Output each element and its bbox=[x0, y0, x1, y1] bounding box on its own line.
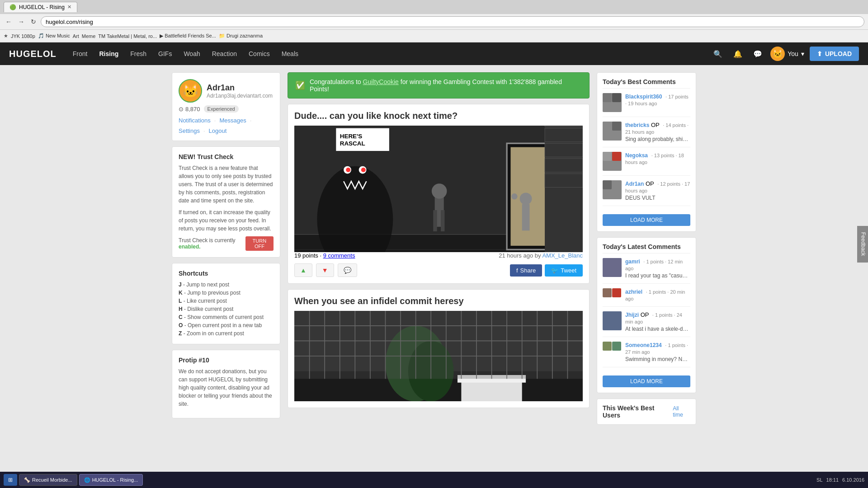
latest-4-avatar bbox=[603, 342, 622, 362]
shortcut-o: O - Open current post in a new tab bbox=[179, 321, 274, 329]
reload-button[interactable]: ↻ bbox=[29, 17, 38, 26]
upvote-button[interactable]: ▲ bbox=[294, 263, 312, 277]
trust-status-row: Trust Check is currently enabled. TURN O… bbox=[179, 236, 274, 251]
post-1-author-link[interactable]: AMX_Le_Blanc bbox=[542, 252, 583, 259]
svg-point-10 bbox=[511, 193, 517, 199]
forward-button[interactable]: → bbox=[16, 17, 26, 26]
nav-rising[interactable]: Rising bbox=[94, 47, 124, 61]
trust-check-desc2: If turned on, it can increase the qualit… bbox=[179, 208, 274, 233]
profile-avatar: 🐱 bbox=[179, 79, 202, 103]
nav-reaction[interactable]: Reaction bbox=[207, 47, 242, 61]
experience-badge: Experienced bbox=[204, 105, 239, 113]
tab-title: HUGELOL - Rising bbox=[19, 4, 65, 10]
nav-fresh[interactable]: Fresh bbox=[125, 47, 152, 61]
logout-link[interactable]: Logout bbox=[209, 127, 227, 134]
profile-nav-links: Notifications · Messages · Settings · Lo… bbox=[179, 117, 274, 134]
best-comments-panel: Today's Best Comments Blackspirit360 · 1… bbox=[597, 72, 696, 232]
svg-rect-17 bbox=[336, 128, 389, 151]
svg-rect-39 bbox=[294, 311, 583, 379]
left-sidebar: 🐱 Adr1an Adr1anp3laj.deviantart.com ⊙ 8,… bbox=[172, 72, 280, 425]
latest-2-body: azhriel · 1 points · 20 min ago bbox=[625, 288, 690, 302]
tab-close-button[interactable]: ✕ bbox=[67, 4, 71, 10]
comment-1-avatar bbox=[603, 93, 622, 112]
bookmark-jyk[interactable]: JYK 1080p bbox=[11, 33, 35, 39]
post-1-comments-link[interactable]: 9 comments bbox=[323, 252, 355, 259]
comment-3-header: Negoksa · 13 points · 18 hours ago bbox=[625, 152, 690, 165]
latest-4-body: Someone1234 · 1 points · 27 min ago Swim… bbox=[625, 342, 690, 362]
facebook-share-button[interactable]: f Share bbox=[510, 264, 542, 277]
notifications-button[interactable]: 🔔 bbox=[731, 47, 745, 61]
load-more-latest-button[interactable]: LOAD MORE bbox=[603, 375, 690, 387]
latest-4-username: Someone1234 bbox=[625, 342, 662, 348]
post-1-meta: 19 points · 9 comments 21 hours ago by A… bbox=[294, 252, 583, 259]
user-menu-button[interactable]: 🐱 You ▾ bbox=[770, 47, 804, 61]
nav-woah[interactable]: Woah bbox=[178, 47, 205, 61]
bookmark-newmusic[interactable]: 🎵 New Music bbox=[38, 33, 70, 39]
main-content: ✅ Congratulations to GuiltyCookie for wi… bbox=[288, 72, 590, 425]
protip-card: Protip #10 We do not accept donations, b… bbox=[172, 350, 280, 418]
downvote-button[interactable]: ▼ bbox=[316, 263, 334, 277]
latest-1-username: gamri bbox=[625, 258, 640, 265]
upload-button[interactable]: ⬆ UPLOAD bbox=[810, 47, 859, 61]
svg-rect-24 bbox=[522, 204, 530, 231]
messages-link[interactable]: Messages bbox=[219, 117, 246, 124]
upload-icon: ⬆ bbox=[817, 50, 822, 57]
trust-enabled-label: enabled. bbox=[179, 244, 201, 250]
trust-turnoff-button[interactable]: TURN OFF bbox=[245, 236, 274, 251]
site-header: HUGELOL Front Rising Fresh GIFs Woah Rea… bbox=[0, 42, 868, 65]
latest-3-avatar bbox=[603, 311, 622, 330]
feedback-tab[interactable]: Feedback bbox=[858, 226, 868, 263]
all-time-link[interactable]: All time bbox=[673, 405, 690, 418]
bookmark-drugi[interactable]: 📁 Drugi zaznanma bbox=[219, 33, 263, 39]
svg-rect-23 bbox=[441, 210, 444, 231]
post-1-time: 21 hours ago by AMX_Le_Blanc bbox=[499, 252, 583, 259]
bookmark-battlefield[interactable]: ▶ Battlefield Friends Se... bbox=[160, 33, 216, 39]
trust-check-desc1: Trust Check is a new feature that allows… bbox=[179, 164, 274, 205]
best-users-header: This Week's Best Users All time bbox=[603, 404, 690, 419]
back-button[interactable]: ← bbox=[4, 17, 14, 26]
comment-button[interactable]: 💬 bbox=[338, 263, 357, 277]
svg-text:HERE'S: HERE'S bbox=[340, 133, 362, 140]
comment-2-avatar bbox=[603, 122, 622, 141]
bookmark-takemetal[interactable]: TM TakeMetal | Metal, ro... bbox=[98, 33, 157, 39]
protip-title: Protip #10 bbox=[179, 357, 274, 364]
post-card-1: Dude.... can you like knock next time? bbox=[288, 104, 590, 284]
bookmark-meme[interactable]: Meme bbox=[82, 33, 96, 39]
nav-meals[interactable]: Meals bbox=[276, 47, 304, 61]
latest-3-text: At least i have a skele-dong, does he? bbox=[625, 326, 689, 332]
latest-1-text: I read your tag as "casual crusader" bbox=[625, 272, 689, 279]
address-bar[interactable] bbox=[41, 16, 864, 27]
latest-3-body: Jhijzi OP · 1 points · 24 min ago At lea… bbox=[625, 311, 690, 332]
shortcut-l: L - Like current post bbox=[179, 297, 274, 305]
post-1-points: 19 points bbox=[294, 252, 318, 259]
search-button[interactable]: 🔍 bbox=[711, 47, 725, 61]
settings-link[interactable]: Settings bbox=[179, 127, 200, 134]
nav-gifs[interactable]: GIFs bbox=[153, 47, 177, 61]
latest-comment-4: Someone1234 · 1 points · 27 min ago Swim… bbox=[603, 342, 690, 367]
bookmark-art[interactable]: Art bbox=[73, 33, 79, 39]
site-logo[interactable]: HUGELOL bbox=[9, 49, 57, 59]
profile-header: 🐱 Adr1an Adr1anp3laj.deviantart.com bbox=[179, 79, 274, 103]
comment-2-header: thebricks OP · 14 points · 21 hours ago bbox=[625, 122, 690, 135]
shortcuts-title: Shortcuts bbox=[179, 270, 274, 277]
messages-button[interactable]: 💬 bbox=[750, 47, 765, 61]
comment-2-text: Sing along probably, shit's catchy as fc… bbox=[625, 136, 689, 142]
profile-username: Adr1an bbox=[207, 83, 273, 93]
svg-point-25 bbox=[520, 192, 532, 205]
notif-username-link[interactable]: GuiltyCookie bbox=[363, 78, 399, 85]
twitter-share-button[interactable]: 🐦 Tweet bbox=[545, 264, 583, 277]
load-more-best-button[interactable]: LOAD MORE bbox=[603, 214, 690, 226]
latest-1-avatar bbox=[603, 258, 622, 277]
latest-3-header: Jhijzi OP · 1 points · 24 min ago bbox=[625, 311, 690, 325]
nav-front[interactable]: Front bbox=[67, 47, 93, 61]
profile-points-row: ⊙ 8,870 Experienced bbox=[179, 105, 274, 113]
best-comment-4: Adr1an OP · 12 points · 17 hours ago DEU… bbox=[603, 180, 690, 206]
notifications-link[interactable]: Notifications bbox=[179, 117, 211, 124]
nav-comics[interactable]: Comics bbox=[243, 47, 275, 61]
notif-text: Congratulations to GuiltyCookie for winn… bbox=[310, 78, 582, 93]
shortcut-c: C - Show comments of current post bbox=[179, 313, 274, 321]
main-layout: 🐱 Adr1an Adr1anp3laj.deviantart.com ⊙ 8,… bbox=[163, 65, 705, 432]
best-comment-3: Negoksa · 13 points · 18 hours ago bbox=[603, 152, 690, 176]
post-1-stats: 19 points · 9 comments bbox=[294, 252, 355, 259]
browser-tab[interactable]: 🟢 HUGELOL - Rising ✕ bbox=[4, 2, 77, 12]
